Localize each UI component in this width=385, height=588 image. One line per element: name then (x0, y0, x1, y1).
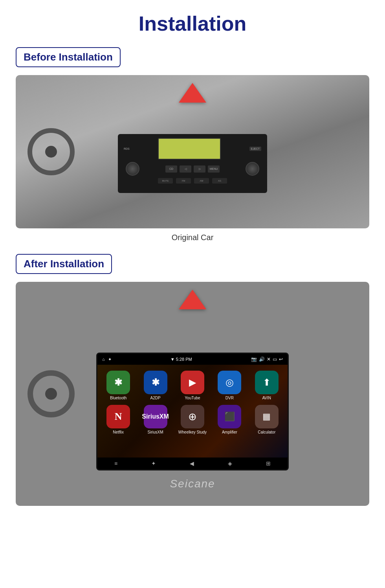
before-installation-badge: Before Installation (16, 47, 121, 67)
a2dp-label: A2DP (150, 396, 161, 400)
nav-settings-icon[interactable]: ✦ (151, 460, 156, 467)
after-installation-badge: After Installation (16, 254, 112, 274)
app-calculator[interactable]: ▦ Calculator (252, 405, 281, 434)
bluetooth-icon-box: ✱ (106, 371, 130, 394)
volume-icon: 🔊 (259, 356, 265, 362)
nav-apps-icon[interactable]: ⊞ (266, 460, 271, 467)
window-icon: ▭ (273, 356, 277, 362)
statusbar-right: 📷 🔊 ✕ ▭ ↩ (251, 356, 283, 362)
app-avin[interactable]: ⬆ AVIN (252, 371, 281, 400)
app-bluetooth[interactable]: ✱ Bluetooth (104, 371, 133, 400)
before-caption: Original Car (16, 233, 369, 242)
radio-knob-left (126, 162, 139, 176)
status-bar: ⌂ ✦ ▼ 5:28 PM 📷 🔊 ✕ ▭ ↩ (97, 354, 288, 365)
apps-row-1: ✱ Bluetooth ✱ A2DP ▶ YouTube (101, 371, 284, 400)
app-wheelkey[interactable]: ⊕ Wheelkey Study (178, 405, 207, 434)
steering-wheel-after (28, 370, 75, 417)
apps-row-2: N Netflix SiriusXM SiriusXM ⊕ Wheelkey S… (101, 405, 284, 434)
back-icon: ↩ (279, 356, 283, 362)
amplifier-icon-box: ⬛ (218, 405, 241, 428)
avin-icon-box: ⬆ (255, 371, 279, 394)
wheelkey-label: Wheelkey Study (178, 430, 207, 434)
netflix-icon-box: N (106, 405, 130, 428)
avin-label: AVIN (262, 396, 271, 400)
original-radio-unit: RDS EJECT CD ◁ ▷ MENU MUTE FM AM AS (118, 134, 267, 193)
radio-knob-right (246, 162, 259, 176)
bluetooth-label: Bluetooth (110, 396, 126, 400)
nav-home-icon[interactable]: ◈ (228, 460, 232, 467)
after-installation-image: ⌂ ✦ ▼ 5:28 PM 📷 🔊 ✕ ▭ ↩ ✱ Bluetooth (16, 282, 369, 506)
calculator-icon-box: ▦ (255, 405, 279, 428)
app-youtube[interactable]: ▶ YouTube (178, 371, 207, 400)
nav-menu-icon[interactable]: ≡ (114, 460, 117, 467)
statusbar-left: ⌂ ✦ (102, 357, 112, 362)
app-dvr[interactable]: ◎ DVR (215, 371, 244, 400)
home-icon: ⌂ (102, 357, 105, 362)
netflix-label: Netflix (113, 430, 124, 434)
youtube-label: YouTube (185, 396, 200, 400)
a2dp-icon-box: ✱ (144, 371, 167, 394)
siriusxm-icon-box: SiriusXM (144, 405, 167, 428)
wifi-icon: ✦ (108, 357, 112, 362)
before-installation-image: RDS EJECT CD ◁ ▷ MENU MUTE FM AM AS (16, 75, 369, 228)
nav-back-icon[interactable]: ◀ (190, 460, 194, 467)
page-title: Installation (16, 12, 369, 35)
status-time: ▼ 5:28 PM (170, 357, 192, 362)
app-netflix[interactable]: N Netflix (104, 405, 133, 434)
seicane-brand: Seicane (170, 478, 215, 490)
head-unit: ⌂ ✦ ▼ 5:28 PM 📷 🔊 ✕ ▭ ↩ ✱ Bluetooth (96, 353, 289, 470)
app-grid: ✱ Bluetooth ✱ A2DP ▶ YouTube (97, 365, 288, 458)
app-amplifier[interactable]: ⬛ Amplifier (215, 405, 244, 434)
wheelkey-icon-box: ⊕ (181, 405, 204, 428)
nav-bar: ≡ ✦ ◀ ◈ ⊞ (97, 458, 288, 469)
close-icon: ✕ (267, 356, 271, 362)
dvr-label: DVR (226, 396, 234, 400)
app-siriusxm[interactable]: SiriusXM SiriusXM (141, 405, 170, 434)
steering-wheel (28, 128, 75, 175)
youtube-icon-box: ▶ (181, 371, 204, 394)
amplifier-label: Amplifier (222, 430, 237, 434)
dvr-icon-box: ◎ (218, 371, 241, 394)
radio-display (158, 138, 221, 160)
siriusxm-label: SiriusXM (148, 430, 163, 434)
app-a2dp[interactable]: ✱ A2DP (141, 371, 170, 400)
calculator-label: Calculator (258, 430, 275, 434)
camera-icon: 📷 (251, 356, 257, 362)
